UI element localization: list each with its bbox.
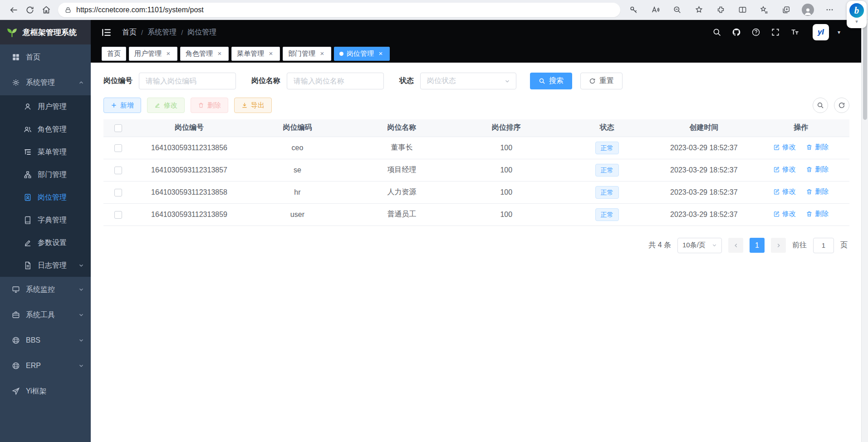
page-size-select[interactable]: 10条/页: [677, 238, 722, 253]
home-icon[interactable]: [38, 2, 54, 18]
row-edit-link[interactable]: 修改: [773, 143, 796, 152]
row-edit-label: 修改: [782, 187, 796, 196]
read-aloud-icon[interactable]: [647, 3, 663, 17]
row-delete-link[interactable]: 删除: [806, 210, 829, 218]
help-icon[interactable]: [750, 27, 761, 38]
extensions-icon[interactable]: [713, 3, 728, 17]
sidebar-item-dept-mgmt[interactable]: 部门管理: [0, 163, 91, 186]
tab-close-icon[interactable]: ×: [267, 50, 275, 57]
edit-button[interactable]: 修改: [147, 98, 185, 113]
tab-role-mgmt[interactable]: 角色管理 ×: [180, 47, 229, 61]
user-menu-caret-icon[interactable]: ▾: [838, 29, 840, 35]
tab-post-mgmt[interactable]: 岗位管理 ×: [334, 47, 390, 61]
breadcrumb-current: 岗位管理: [187, 28, 216, 37]
post-code-input[interactable]: [139, 73, 236, 89]
github-icon[interactable]: [731, 27, 742, 38]
tab-menu-mgmt[interactable]: 菜单管理 ×: [231, 47, 280, 61]
row-edit-link[interactable]: 修改: [773, 210, 796, 218]
app-logo[interactable]: 意框架管理系统: [0, 20, 91, 44]
status-select[interactable]: 岗位状态: [420, 73, 516, 89]
delete-button[interactable]: 删除: [191, 98, 228, 113]
sidebar-item-home[interactable]: 首页: [0, 44, 91, 70]
tab-user-mgmt[interactable]: 用户管理 ×: [129, 47, 177, 61]
user-avatar[interactable]: yI: [813, 24, 829, 40]
status-select-placeholder: 岗位状态: [427, 76, 456, 86]
reset-button[interactable]: 重置: [580, 73, 623, 89]
search-button[interactable]: 搜索: [530, 73, 572, 89]
tab-close-icon[interactable]: ×: [216, 50, 223, 57]
collections-icon[interactable]: [778, 3, 794, 17]
row-delete-link[interactable]: 删除: [806, 187, 829, 196]
browser-profile-button[interactable]: [800, 3, 815, 17]
col-header-post-name: 岗位名称: [350, 119, 454, 137]
refresh-icon[interactable]: [22, 2, 38, 18]
sidebar-item-tools[interactable]: 系统工具: [0, 302, 91, 328]
tab-close-icon[interactable]: ×: [319, 50, 326, 57]
row-edit-link[interactable]: 修改: [773, 165, 796, 174]
sidebar-item-role-mgmt[interactable]: 角色管理: [0, 118, 91, 141]
fullscreen-icon[interactable]: [770, 27, 781, 38]
breadcrumb-home[interactable]: 首页: [122, 28, 137, 37]
sidebar-item-label: 部门管理: [38, 170, 84, 180]
row-delete-link[interactable]: 删除: [806, 165, 829, 174]
row-checkbox[interactable]: [114, 167, 122, 174]
col-header-post-sort: 岗位排序: [454, 119, 559, 137]
sidebar-item-system[interactable]: 系统管理: [0, 70, 91, 95]
next-page-button[interactable]: [771, 238, 786, 253]
sidebar-item-dict-mgmt[interactable]: 字典管理: [0, 209, 91, 231]
tab-home[interactable]: 首页: [102, 47, 126, 61]
zoom-out-icon[interactable]: [669, 3, 685, 17]
sidebar-item-monitor[interactable]: 系统监控: [0, 277, 91, 302]
toggle-search-button[interactable]: [813, 98, 828, 113]
tab-dept-mgmt[interactable]: 部门管理 ×: [283, 47, 331, 61]
col-header-post-id: 岗位编号: [133, 119, 245, 137]
split-screen-icon[interactable]: [735, 3, 750, 17]
copilot-collapse-caret-icon[interactable]: ▾: [855, 19, 858, 24]
add-button[interactable]: 新增: [103, 98, 141, 113]
font-size-icon[interactable]: [790, 27, 800, 38]
select-all-checkbox[interactable]: [114, 124, 122, 132]
more-options-icon[interactable]: [822, 3, 837, 17]
tree-list-icon: [24, 148, 32, 156]
octocat-icon: [732, 28, 741, 37]
bing-copilot-button[interactable]: b ▾: [847, 1, 867, 28]
sidebar-item-yi-framework[interactable]: Yi框架: [0, 378, 91, 404]
sidebar-item-log-mgmt[interactable]: 日志管理: [0, 254, 91, 277]
sidebar-item-user-mgmt[interactable]: 用户管理: [0, 95, 91, 118]
post-name-input[interactable]: [287, 73, 384, 89]
add-favorite-icon[interactable]: [691, 3, 706, 17]
edit-icon: [773, 166, 780, 173]
row-delete-link[interactable]: 删除: [806, 143, 829, 152]
chevron-down-icon: [78, 363, 84, 369]
sidebar-item-erp[interactable]: ERP: [0, 353, 91, 378]
scrollbar-thumb[interactable]: [863, 22, 867, 120]
sidebar-item-param-settings[interactable]: 参数设置: [0, 231, 91, 254]
header-search-icon[interactable]: [711, 27, 722, 38]
saved-password-key-icon[interactable]: [626, 3, 641, 17]
row-checkbox[interactable]: [114, 189, 122, 196]
goto-page-input[interactable]: [813, 238, 834, 253]
row-checkbox[interactable]: [114, 211, 122, 219]
sidebar-item-bbs[interactable]: BBS: [0, 328, 91, 353]
refresh-table-button[interactable]: [834, 98, 849, 113]
sidebar-item-menu-mgmt[interactable]: 菜单管理: [0, 141, 91, 163]
cell-post-id: 1641030593112313858: [133, 181, 245, 203]
tab-close-icon[interactable]: ×: [377, 50, 384, 57]
tab-close-icon[interactable]: ×: [165, 50, 172, 57]
favorites-icon[interactable]: [756, 3, 772, 17]
cell-post-code: se: [245, 159, 349, 181]
sidebar-item-post-mgmt[interactable]: 岗位管理: [0, 186, 91, 209]
row-checkbox[interactable]: [114, 144, 122, 152]
page-number-current[interactable]: 1: [750, 238, 765, 253]
sidebar-toggle-icon[interactable]: [101, 27, 112, 38]
chevron-down-icon: [78, 262, 84, 269]
status-label: 状态: [399, 76, 414, 86]
back-icon[interactable]: [5, 2, 22, 18]
browser-scrollbar[interactable]: [861, 20, 868, 442]
row-edit-link[interactable]: 修改: [773, 187, 796, 196]
users-icon: [24, 125, 32, 133]
export-button[interactable]: 导出: [234, 98, 272, 113]
sidebar-item-label: 参数设置: [38, 238, 84, 248]
prev-page-button[interactable]: [728, 238, 743, 253]
address-bar[interactable]: https://ccnetcore.com:1101/system/post: [58, 3, 620, 17]
